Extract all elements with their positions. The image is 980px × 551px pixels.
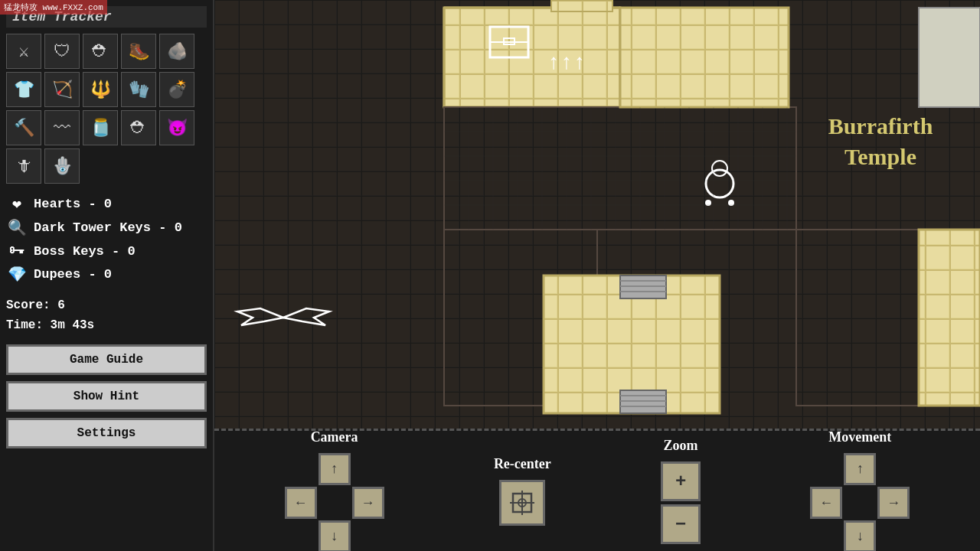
game-area: ↑↑↑ xyxy=(214,0,980,429)
item-slot-gloves[interactable]: 🧤 xyxy=(121,72,156,107)
watermark: 猛龙特攻 www.FXXZ.com xyxy=(0,0,107,15)
svg-rect-21 xyxy=(620,8,789,107)
svg-rect-20 xyxy=(444,107,796,230)
show-hint-button[interactable]: Show Hint xyxy=(6,381,207,412)
camera-empty-tl xyxy=(285,453,317,485)
zoom-control-group: Zoom + − xyxy=(661,438,701,544)
move-up-button[interactable]: ↑ xyxy=(844,453,876,485)
camera-down-button[interactable]: ↓ xyxy=(318,520,351,551)
item-slot-jar[interactable]: 🫙 xyxy=(83,110,118,145)
hearts-stat: ❤ Hearts - 0 xyxy=(6,194,207,214)
move-right-button[interactable]: → xyxy=(877,487,910,519)
svg-rect-36 xyxy=(796,230,919,406)
camera-dpad: ↑ ← → ↓ xyxy=(285,453,384,551)
item-slot-bomb[interactable]: 💣 xyxy=(159,72,194,107)
move-center xyxy=(844,487,876,519)
move-empty-bl xyxy=(810,520,842,551)
svg-rect-10 xyxy=(444,8,620,107)
movement-dpad: ↑ ← → ↓ xyxy=(810,453,910,551)
move-empty-br xyxy=(877,520,910,551)
movement-control-group: Movement ↑ ← → ↓ xyxy=(810,429,910,551)
bottom-controls: Camera ↑ ← → ↓ Re-center Zoom + xyxy=(214,429,980,551)
camera-empty-bl xyxy=(285,520,317,551)
settings-button[interactable]: Settings xyxy=(6,418,207,448)
camera-control-group: Camera ↑ ← → ↓ xyxy=(285,429,384,551)
boss-key-icon: 🗝 xyxy=(6,242,28,260)
recenter-label: Re-center xyxy=(494,456,551,472)
item-grid: ⚔ 🛡 ⛑ 🥾 🪨 👕 🏹 🔱 🧤 💣 🔨 〰 🫙 ⛑ 😈 🗡 🪬 xyxy=(6,34,207,184)
recenter-button[interactable] xyxy=(499,480,545,526)
score-display: Score: 6 xyxy=(6,296,207,316)
sidebar: Item Tracker ⚔ 🛡 ⛑ 🥾 🪨 👕 🏹 🔱 🧤 💣 🔨 〰 🫙 ⛑… xyxy=(0,0,214,551)
movement-label: Movement xyxy=(828,429,891,445)
dark-tower-keys-label: Dark Tower Keys - 0 xyxy=(34,220,182,235)
item-slot-armor[interactable]: 🪨 xyxy=(159,34,194,69)
item-slot-dagger[interactable]: 🗡 xyxy=(6,148,41,184)
zoom-buttons: + − xyxy=(661,461,701,544)
item-slot-boots[interactable]: 🥾 xyxy=(121,34,156,69)
map-container: ↑↑↑ xyxy=(214,0,980,429)
svg-rect-37 xyxy=(919,230,980,406)
camera-up-button[interactable]: ↑ xyxy=(318,453,351,485)
svg-text:Burrafirth: Burrafirth xyxy=(828,113,933,139)
zoom-in-button[interactable]: + xyxy=(661,461,701,501)
svg-rect-38 xyxy=(919,8,980,107)
item-slot-bow[interactable]: 🏹 xyxy=(44,72,80,107)
camera-center xyxy=(318,487,351,519)
item-slot-shield[interactable]: 🛡 xyxy=(44,34,80,69)
item-slot-whip[interactable]: 〰 xyxy=(44,110,80,145)
zoom-label: Zoom xyxy=(664,438,698,454)
move-left-button[interactable]: ← xyxy=(810,487,842,519)
dupees-icon: 💎 xyxy=(6,265,28,284)
item-slot-talisman[interactable]: 🪬 xyxy=(44,148,80,184)
camera-empty-br xyxy=(352,520,384,551)
stats-panel: ❤ Hearts - 0 🔍 Dark Tower Keys - 0 🗝 Bos… xyxy=(6,191,207,287)
score-time-panel: Score: 6 Time: 3m 43s xyxy=(6,296,207,335)
camera-left-button[interactable]: ← xyxy=(285,487,317,519)
move-empty-tr xyxy=(877,453,910,485)
item-slot-mask[interactable]: 😈 xyxy=(159,110,194,145)
dark-tower-key-icon: 🔍 xyxy=(6,218,28,237)
time-display: Time: 3m 43s xyxy=(6,316,207,336)
zoom-out-button[interactable]: − xyxy=(661,504,701,544)
item-slot-armor2[interactable]: ⛑ xyxy=(121,110,156,145)
heart-icon: ❤ xyxy=(6,194,28,214)
item-slot-helmet[interactable]: ⛑ xyxy=(83,34,118,69)
move-down-button[interactable]: ↓ xyxy=(844,520,876,551)
boss-keys-label: Boss Keys - 0 xyxy=(34,244,136,259)
camera-right-button[interactable]: → xyxy=(352,487,384,519)
dupees-stat: 💎 Dupees - 0 xyxy=(6,265,207,284)
item-slot-shirt[interactable]: 👕 xyxy=(6,72,41,107)
svg-text:Temple: Temple xyxy=(844,144,916,169)
hearts-label: Hearts - 0 xyxy=(34,197,112,211)
item-slot-sword[interactable]: ⚔ xyxy=(6,34,41,69)
dupees-label: Dupees - 0 xyxy=(34,267,112,282)
recenter-control-group: Re-center xyxy=(494,456,551,526)
svg-rect-19 xyxy=(551,0,612,11)
item-slot-spear[interactable]: 🔱 xyxy=(83,72,118,107)
move-empty-tl xyxy=(810,453,842,485)
camera-empty-tr xyxy=(352,453,384,485)
svg-text:↑↑↑: ↑↑↑ xyxy=(547,51,586,75)
dark-tower-keys-stat: 🔍 Dark Tower Keys - 0 xyxy=(6,218,207,237)
item-slot-hammer[interactable]: 🔨 xyxy=(6,110,41,145)
game-guide-button[interactable]: Game Guide xyxy=(6,344,207,375)
boss-keys-stat: 🗝 Boss Keys - 0 xyxy=(6,242,207,260)
camera-label: Camera xyxy=(311,429,358,445)
